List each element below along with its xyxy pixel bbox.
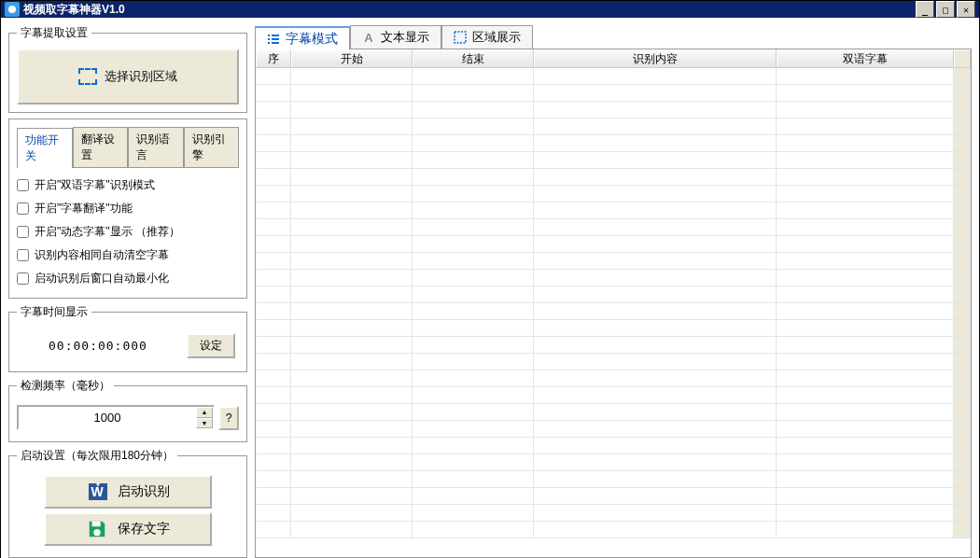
tab-area-display[interactable]: 区域展示	[441, 25, 533, 49]
col-end[interactable]: 结束	[413, 49, 534, 67]
table-row[interactable]	[256, 421, 971, 438]
table-row[interactable]	[256, 387, 971, 404]
titlebar[interactable]: 视频取字幕神器V1.0 _ □ ✕	[1, 1, 979, 18]
svg-text:A: A	[364, 31, 373, 44]
right-panel: 字幕模式 A 文本显示 区域展示 序 开始	[255, 25, 972, 558]
checkbox-dynamic-input[interactable]	[17, 226, 29, 238]
table-row[interactable]	[256, 286, 971, 303]
extract-legend: 字幕提取设置	[17, 25, 91, 41]
table-row[interactable]	[256, 68, 971, 85]
table-row[interactable]	[256, 169, 971, 186]
left-panel: 字幕提取设置 选择识别区域 功能开关 翻译设置 识别语言 识别引擎 开启"双语字…	[8, 25, 247, 558]
table-row[interactable]	[256, 253, 971, 270]
table-row[interactable]	[256, 119, 971, 135]
tab-area-label: 区域展示	[472, 29, 521, 46]
checkbox-autoclear[interactable]: 识别内容相同自动清空字幕	[17, 244, 239, 267]
area-icon	[454, 31, 467, 44]
tab-text-display[interactable]: A 文本显示	[350, 25, 441, 49]
table-row[interactable]	[256, 219, 971, 236]
spinner-up-button[interactable]: ▲	[196, 407, 213, 418]
start-legend: 启动设置（每次限用180分钟）	[17, 448, 177, 464]
frequency-input[interactable]	[19, 407, 196, 428]
frequency-legend: 检测频率（毫秒）	[17, 378, 114, 394]
svg-rect-4	[268, 35, 270, 36]
svg-rect-5	[272, 35, 279, 36]
table-row[interactable]	[256, 270, 971, 286]
table-row[interactable]	[256, 152, 971, 169]
table-row[interactable]	[256, 85, 971, 102]
svg-rect-7	[272, 38, 279, 40]
time-row: 00:00:00:000 设定	[17, 328, 239, 364]
table-row[interactable]	[256, 186, 971, 202]
select-area-button[interactable]: 选择识别区域	[17, 49, 239, 105]
save-button-label: 保存文字	[118, 521, 170, 537]
app-icon	[5, 2, 20, 17]
col-scroll-spacer	[954, 49, 971, 67]
col-seq[interactable]: 序	[256, 49, 291, 67]
table-row[interactable]	[256, 303, 971, 320]
minimize-button[interactable]: _	[916, 1, 934, 18]
table-row[interactable]	[256, 337, 971, 354]
table-row[interactable]	[256, 370, 971, 387]
checkbox-bilingual-mode[interactable]: 开启"双语字幕"识别模式	[17, 174, 239, 197]
table-row[interactable]	[256, 135, 971, 152]
maximize-button[interactable]: □	[936, 1, 955, 18]
checkbox-minimize[interactable]: 启动识别后窗口自动最小化	[17, 267, 239, 290]
svg-rect-11	[455, 32, 466, 43]
table-row[interactable]	[256, 102, 971, 119]
right-tabs: 字幕模式 A 文本显示 区域展示	[255, 25, 972, 49]
tab-translate-settings[interactable]: 翻译设置	[73, 127, 129, 167]
tab-language[interactable]: 识别语言	[128, 127, 184, 167]
table-row[interactable]	[256, 202, 971, 219]
table-row[interactable]	[256, 320, 971, 337]
frequency-group: 检测频率（毫秒） ▲ ▼ ?	[8, 378, 247, 442]
table-row[interactable]	[256, 236, 971, 253]
time-set-button[interactable]: 设定	[187, 333, 235, 358]
app-window: 视频取字幕神器V1.0 _ □ ✕ 字幕提取设置 选择识别区域 功能开关 翻译设…	[0, 0, 980, 558]
extract-settings-group: 字幕提取设置 选择识别区域	[8, 25, 247, 113]
table-row[interactable]	[256, 471, 971, 488]
table-row[interactable]	[256, 438, 971, 454]
checkbox-translate[interactable]: 开启"字幕翻译"功能	[17, 197, 239, 220]
table-row[interactable]	[256, 454, 971, 471]
titlebar-title: 视频取字幕神器V1.0	[23, 2, 916, 18]
svg-rect-6	[268, 38, 270, 40]
checkbox-minimize-label: 启动识别后窗口自动最小化	[35, 271, 169, 286]
table-row[interactable]	[256, 522, 971, 538]
start-settings-group: 启动设置（每次限用180分钟） W 启动识别 保存文字	[8, 448, 247, 558]
frequency-help-button[interactable]: ?	[218, 406, 239, 430]
window-controls: _ □ ✕	[916, 1, 975, 18]
spinner-down-button[interactable]: ▼	[196, 418, 213, 429]
content-area: 字幕提取设置 选择识别区域 功能开关 翻译设置 识别语言 识别引擎 开启"双语字…	[1, 18, 979, 558]
start-recognition-button[interactable]: W 启动识别	[44, 475, 212, 509]
start-button-label: 启动识别	[118, 483, 170, 500]
tab-function-switch[interactable]: 功能开关	[17, 128, 73, 168]
save-text-button[interactable]: 保存文字	[44, 512, 212, 546]
close-button[interactable]: ✕	[957, 1, 975, 18]
checkbox-autoclear-input[interactable]	[17, 249, 29, 261]
tab-subtitle-mode[interactable]: 字幕模式	[255, 26, 350, 49]
tab-text-label: 文本显示	[381, 29, 429, 46]
checkbox-bilingual-input[interactable]	[17, 179, 29, 191]
settings-tabs-group: 功能开关 翻译设置 识别语言 识别引擎 开启"双语字幕"识别模式 开启"字幕翻译…	[8, 119, 247, 299]
checkbox-translate-input[interactable]	[17, 202, 29, 215]
table-row[interactable]	[256, 404, 971, 421]
table-row[interactable]	[256, 505, 971, 522]
save-icon	[86, 518, 108, 540]
col-bilingual[interactable]: 双语字幕	[777, 49, 954, 67]
grid-body[interactable]	[256, 68, 971, 557]
table-row[interactable]	[256, 488, 971, 505]
col-start[interactable]: 开始	[291, 49, 413, 67]
checkbox-minimize-input[interactable]	[17, 272, 29, 285]
checkbox-dynamic[interactable]: 开启"动态字幕"显示 （推荐）	[17, 220, 239, 244]
checkbox-translate-label: 开启"字幕翻译"功能	[35, 201, 133, 216]
time-value: 00:00:00:000	[21, 339, 147, 353]
svg-point-0	[8, 6, 16, 13]
table-row[interactable]	[256, 354, 971, 370]
col-content[interactable]: 识别内容	[534, 49, 777, 67]
svg-rect-9	[272, 42, 279, 44]
tab-engine[interactable]: 识别引擎	[184, 127, 240, 167]
start-icon: W	[86, 481, 108, 503]
checkbox-bilingual-label: 开启"双语字幕"识别模式	[35, 177, 155, 193]
svg-point-3	[93, 529, 100, 536]
